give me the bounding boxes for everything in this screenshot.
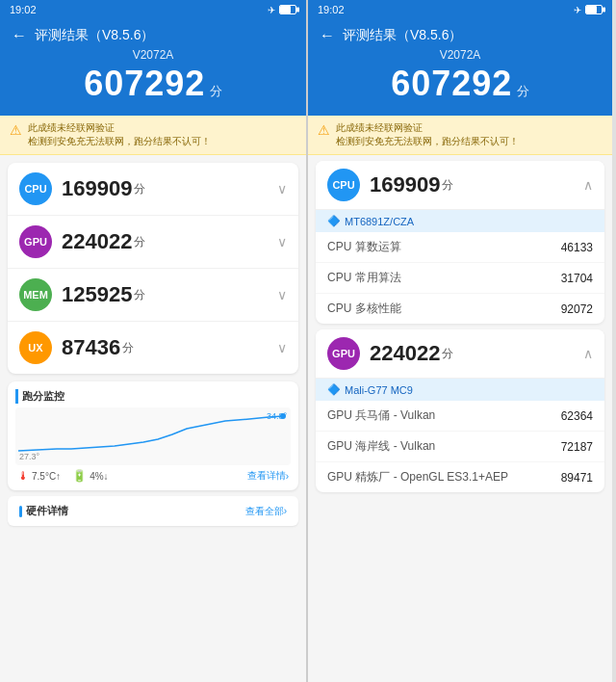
hardware-bar-title: 硬件详情 (19, 504, 68, 518)
airplane-icon-left (268, 4, 275, 15)
status-right-right (574, 4, 603, 15)
gpu-row-0: GPU 兵马俑 - Vulkan 62364 (316, 401, 604, 432)
back-button-right[interactable]: ← (320, 27, 335, 44)
cpu-score-right: 169909 (370, 172, 440, 197)
gpu-chip-header: 🔷 Mali-G77 MC9 (316, 379, 604, 401)
chart-label-low: 27.3° (19, 452, 39, 461)
cpu-chip-label: MT6891Z/CZA (345, 216, 414, 227)
badge-mem-left: MEM (19, 278, 52, 311)
gpu-unit-right: 分 (442, 346, 453, 362)
hardware-bar-link[interactable]: 查看全部 › (245, 505, 287, 518)
score-item-cpu-left[interactable]: CPU 169909 分 ∨ (8, 163, 298, 216)
gpu-chip-icon: 🔷 (327, 383, 341, 396)
chart-label-high: 34.8° (267, 411, 287, 421)
score-unit-left: 分 (210, 84, 222, 98)
cpu-row-1: CPU 常用算法 31704 (316, 263, 604, 294)
header-nav-left: ← 评测结果（V8.5.6） (12, 27, 295, 44)
cpu-expanded-chevron: ∧ (583, 177, 593, 193)
mem-score-left: 125925 (62, 282, 132, 307)
monitor-title: 跑分监控 (15, 389, 291, 404)
gpu-row-1-label: GPU 海岸线 - Vulkan (327, 438, 435, 455)
score-value-left: 607292 (84, 64, 205, 103)
airplane-icon-right (574, 4, 581, 15)
warning-icon-right: ⚠ (318, 122, 330, 138)
temp-icon: 🌡 (17, 469, 29, 483)
warning-banner-left: ⚠ 此成绩未经联网验证 检测到安免充无法联网，跑分结果不认可！ (0, 116, 306, 155)
ux-unit-left: 分 (122, 340, 134, 356)
hardware-bar-chevron: › (284, 506, 287, 516)
status-bar-right: 19:02 (308, 0, 612, 19)
cpu-chip-header: 🔷 MT6891Z/CZA (316, 210, 604, 232)
gpu-score-left: 224022 (62, 229, 132, 254)
cpu-row-2-value: 92072 (561, 302, 593, 316)
gpu-chevron-left: ∨ (277, 234, 287, 249)
left-panel: 19:02 ← 评测结果（V8.5.6） V2072A 607292 分 ⚠ 此… (0, 0, 306, 682)
battery-stat-icon: 🔋 (72, 469, 87, 483)
header-title-left: 评测结果（V8.5.6） (35, 27, 154, 44)
monitor-detail-link[interactable]: 查看详情 › (247, 469, 289, 483)
warning-text-right: 此成绩未经联网验证 检测到安免充无法联网，跑分结果不认可！ (336, 121, 519, 148)
header-right: ← 评测结果（V8.5.6） V2072A 607292 分 (308, 19, 612, 116)
cpu-row-2-label: CPU 多核性能 (327, 301, 401, 317)
cpu-unit-right: 分 (442, 177, 453, 194)
hardware-bar[interactable]: 硬件详情 查看全部 › (8, 496, 298, 526)
badge-gpu-right: GPU (327, 337, 360, 370)
monitor-chart (15, 407, 291, 465)
cpu-chip-icon: 🔷 (327, 215, 341, 227)
score-item-mem-left[interactable]: MEM 125925 分 ∨ (8, 269, 298, 322)
gpu-row-1: GPU 海岸线 - Vulkan 72187 (316, 432, 604, 462)
warning-banner-right: ⚠ 此成绩未经联网验证 检测到安免充无法联网，跑分结果不认可！ (308, 116, 612, 155)
cpu-score-item-right[interactable]: CPU 169909 分 ∧ (316, 161, 604, 210)
cpu-row-1-value: 31704 (561, 272, 593, 285)
gpu-row-0-label: GPU 兵马俑 - Vulkan (327, 407, 435, 424)
cpu-chevron-left: ∨ (277, 181, 287, 197)
battery-icon-left (279, 5, 296, 14)
gpu-row-1-value: 72187 (561, 440, 593, 454)
gpu-score-item-right[interactable]: GPU 224022 分 ∧ (316, 329, 604, 379)
score-list-left: CPU 169909 分 ∨ GPU 224022 分 ∨ MEM 125925… (8, 163, 298, 374)
cpu-score-left: 169909 (62, 176, 132, 201)
gpu-row-0-value: 62364 (561, 409, 593, 423)
battery-stat: 🔋 4%↓ (72, 469, 108, 483)
score-unit-right: 分 (517, 84, 529, 98)
mem-chevron-left: ∨ (277, 287, 287, 302)
gpu-expanded-chevron: ∧ (583, 346, 593, 361)
detail-scroll[interactable]: CPU 169909 分 ∧ 🔷 MT6891Z/CZA CPU 算数运算 46… (308, 155, 612, 682)
monitor-section: 跑分监控 34.8° 27.3° 🌡 7.5°C↑ 🔋 4%↓ 查看详情 › (8, 381, 298, 490)
cpu-row-0-label: CPU 算数运算 (327, 239, 401, 255)
gpu-row-2-label: GPU 精炼厂 - OpenGL ES3.1+AEP (327, 469, 508, 485)
warning-text-left: 此成绩未经联网验证 检测到安免充无法联网，跑分结果不认可！ (28, 121, 211, 148)
battery-value: 4%↓ (90, 471, 108, 482)
badge-gpu-left: GPU (19, 225, 52, 258)
monitor-chevron: › (286, 471, 289, 482)
score-display-left: 607292 分 (84, 64, 222, 104)
status-bar-left: 19:02 (0, 0, 306, 19)
cpu-row-1-label: CPU 常用算法 (327, 270, 401, 286)
back-button-left[interactable]: ← (12, 27, 27, 44)
gpu-unit-left: 分 (134, 234, 145, 250)
cpu-row-2: CPU 多核性能 92072 (316, 294, 604, 324)
gpu-score-right: 224022 (370, 341, 440, 366)
header-nav-right: ← 评测结果（V8.5.6） (320, 27, 601, 44)
monitor-footer: 🌡 7.5°C↑ 🔋 4%↓ 查看详情 › (15, 469, 291, 483)
time-left: 19:02 (10, 4, 37, 15)
cpu-unit-left: 分 (134, 181, 145, 197)
device-name-right: V2072A (440, 48, 481, 62)
header-left: ← 评测结果（V8.5.6） V2072A 607292 分 (0, 19, 306, 116)
chart-area: 34.8° 27.3° (15, 407, 291, 465)
score-display-right: 607292 分 (391, 64, 529, 104)
gpu-detail-group: GPU 224022 分 ∧ 🔷 Mali-G77 MC9 GPU 兵马俑 - … (316, 329, 604, 492)
cpu-row-0-value: 46133 (561, 241, 593, 254)
score-value-right: 607292 (391, 64, 512, 103)
ux-score-left: 87436 (62, 335, 120, 360)
status-right-left (268, 4, 296, 15)
gpu-chip-label: Mali-G77 MC9 (345, 384, 413, 396)
warning-icon-left: ⚠ (10, 122, 22, 138)
gpu-row-2: GPU 精炼厂 - OpenGL ES3.1+AEP 89471 (316, 462, 604, 492)
ux-chevron-left: ∨ (277, 340, 287, 355)
cpu-row-0: CPU 算数运算 46133 (316, 232, 604, 263)
score-item-gpu-left[interactable]: GPU 224022 分 ∨ (8, 216, 298, 269)
score-item-ux-left[interactable]: UX 87436 分 ∨ (8, 322, 298, 374)
gpu-row-2-value: 89471 (561, 471, 593, 485)
badge-ux-left: UX (19, 331, 52, 364)
